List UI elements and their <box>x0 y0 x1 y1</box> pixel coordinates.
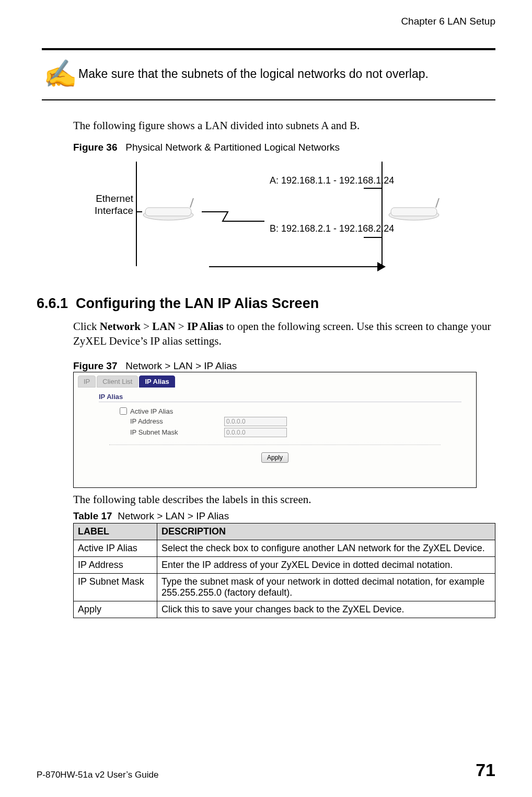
active-ip-alias-label: Active IP Alias <box>130 407 224 415</box>
arrow-line <box>209 266 380 267</box>
ip-address-label: IP Address <box>130 417 224 425</box>
handwriting-icon: ✍ <box>42 61 78 88</box>
table17-caption: Table 17 Network > LAN > IP Alias <box>73 510 495 522</box>
figure36-caption: Figure 36 Physical Network & Partitioned… <box>73 142 495 153</box>
svg-line-2 <box>190 198 193 208</box>
instruction-paragraph: Click Network > LAN > IP Alias to open t… <box>73 319 495 349</box>
ip-subnet-mask-input[interactable] <box>224 428 287 437</box>
svg-line-5 <box>436 198 439 208</box>
zigzag-connector-icon <box>202 208 264 225</box>
active-ip-alias-checkbox[interactable] <box>120 407 127 415</box>
tab-bar: IP Client List IP Alias <box>78 375 472 388</box>
svg-rect-4 <box>391 208 437 216</box>
chapter-header: Chapter 6 LAN Setup <box>37 16 495 27</box>
ip-address-input[interactable] <box>224 417 287 426</box>
table-row: IP Subnet Mask Type the subnet mask of y… <box>74 573 495 601</box>
tab-ip-alias[interactable]: IP Alias <box>139 375 175 388</box>
router-icon <box>388 198 443 222</box>
svg-rect-1 <box>145 208 191 216</box>
arrow-head-icon <box>377 262 386 271</box>
tab-ip[interactable]: IP <box>78 375 96 388</box>
note-text: Make sure that the subnets of the logica… <box>78 66 429 82</box>
footer-page-number: 71 <box>476 760 495 780</box>
page-footer: P-870HW-51a v2 User’s Guide 71 <box>37 760 495 780</box>
table17: LABEL DESCRIPTION Active IP Alias Select… <box>73 523 495 618</box>
subnet-b-label: B: 192.168.2.1 - 192.168.2.24 <box>270 223 394 234</box>
figure36-diagram: Ethernet Interface A: 192.168.1.1 - 192.… <box>89 162 481 277</box>
ethernet-interface-label: Ethernet Interface <box>89 193 133 217</box>
intro-paragraph: The following figure shows a LAN divided… <box>73 119 495 132</box>
footer-guide-name: P-870HW-51a v2 User’s Guide <box>37 770 158 780</box>
panel-title: IP Alias <box>99 393 472 401</box>
figure37-label: Figure 37 <box>73 360 117 371</box>
table-row: Active IP Alias Select the check box to … <box>74 540 495 556</box>
table-intro-text: The following table describes the labels… <box>73 493 495 506</box>
ip-subnet-mask-label: IP Subnet Mask <box>130 428 224 436</box>
note-callout: ✍ Make sure that the subnets of the logi… <box>42 48 495 100</box>
figure37-screenshot: IP Client List IP Alias IP Alias Active … <box>73 372 477 488</box>
table-row: Apply Click this to save your changes ba… <box>74 601 495 618</box>
apply-button[interactable]: Apply <box>261 452 288 463</box>
figure37-caption: Figure 37 Network > LAN > IP Alias <box>73 360 495 372</box>
section-heading: 6.6.1 Configuring the LAN IP Alias Scree… <box>37 295 495 312</box>
tab-client-list[interactable]: Client List <box>97 375 138 388</box>
table-header-label: LABEL <box>74 523 157 540</box>
figure37-title: Network > LAN > IP Alias <box>125 360 237 371</box>
table-row: IP Address Enter the IP address of your … <box>74 556 495 573</box>
table-header-description: DESCRIPTION <box>157 523 495 540</box>
subnet-a-label: A: 192.168.1.1 - 192.168.1.24 <box>270 175 394 186</box>
figure36-label: Figure 36 <box>73 142 117 153</box>
router-icon <box>142 198 198 222</box>
figure36-title: Physical Network & Partitioned Logical N… <box>125 142 340 153</box>
